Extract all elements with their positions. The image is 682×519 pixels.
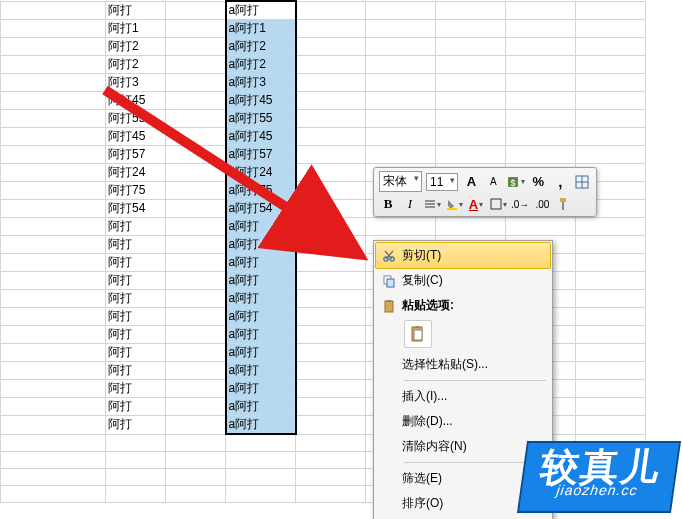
- cell[interactable]: [166, 326, 226, 344]
- cell[interactable]: [166, 1, 226, 20]
- cell[interactable]: [296, 254, 366, 272]
- cell[interactable]: [166, 434, 226, 451]
- cell[interactable]: 阿打54: [106, 200, 166, 218]
- cell[interactable]: [1, 344, 106, 362]
- cell[interactable]: [1, 182, 106, 200]
- cell[interactable]: [166, 308, 226, 326]
- cell[interactable]: [166, 200, 226, 218]
- cell[interactable]: [296, 56, 366, 74]
- cell[interactable]: [1, 416, 106, 435]
- cell[interactable]: [1, 110, 106, 128]
- cell[interactable]: [576, 290, 646, 308]
- cell[interactable]: [166, 20, 226, 38]
- cell[interactable]: [296, 164, 366, 182]
- cell[interactable]: [366, 20, 436, 38]
- cell[interactable]: [166, 272, 226, 290]
- cell[interactable]: [296, 468, 366, 485]
- cell[interactable]: [506, 110, 576, 128]
- cell[interactable]: [296, 38, 366, 56]
- cell[interactable]: 阿打: [106, 380, 166, 398]
- cell[interactable]: [106, 468, 166, 485]
- paste-option-button[interactable]: [404, 320, 432, 348]
- cell[interactable]: [576, 254, 646, 272]
- cell[interactable]: [296, 1, 366, 20]
- cell[interactable]: a阿打55: [226, 110, 296, 128]
- format-painter-button[interactable]: [555, 195, 573, 213]
- cell[interactable]: [436, 92, 506, 110]
- cell[interactable]: a阿打: [226, 362, 296, 380]
- cell[interactable]: [576, 308, 646, 326]
- cell[interactable]: [366, 218, 436, 236]
- font-family-select[interactable]: 宋体: [379, 171, 422, 192]
- cell[interactable]: [166, 182, 226, 200]
- menu-delete[interactable]: 删除(D)...: [376, 409, 550, 434]
- cell[interactable]: [166, 416, 226, 435]
- cell[interactable]: [296, 272, 366, 290]
- cell[interactable]: [576, 38, 646, 56]
- cell[interactable]: [576, 218, 646, 236]
- cell[interactable]: [436, 128, 506, 146]
- cell[interactable]: 阿打: [106, 344, 166, 362]
- cell[interactable]: 阿打: [106, 1, 166, 20]
- cell[interactable]: [166, 92, 226, 110]
- cell[interactable]: 阿打: [106, 290, 166, 308]
- increase-font-icon[interactable]: A: [462, 173, 480, 191]
- cell[interactable]: [576, 110, 646, 128]
- cell[interactable]: [576, 380, 646, 398]
- cell[interactable]: [166, 485, 226, 502]
- cell[interactable]: [1, 485, 106, 502]
- cell[interactable]: a阿打2: [226, 38, 296, 56]
- menu-paste-special[interactable]: 选择性粘贴(S)...: [376, 352, 550, 377]
- cell[interactable]: [166, 218, 226, 236]
- cell[interactable]: [576, 272, 646, 290]
- cell[interactable]: [506, 218, 576, 236]
- cell[interactable]: 阿打2: [106, 56, 166, 74]
- cell[interactable]: [506, 20, 576, 38]
- cell[interactable]: [296, 218, 366, 236]
- cell[interactable]: [576, 20, 646, 38]
- cell[interactable]: a阿打: [226, 218, 296, 236]
- cell[interactable]: [106, 451, 166, 468]
- menu-cut[interactable]: 剪切(T): [375, 242, 551, 269]
- cell[interactable]: [1, 38, 106, 56]
- increase-decimal-button[interactable]: .0→: [511, 195, 529, 213]
- cell[interactable]: 阿打55: [106, 110, 166, 128]
- cell[interactable]: [166, 398, 226, 416]
- cell[interactable]: a阿打: [226, 236, 296, 254]
- cell[interactable]: [166, 128, 226, 146]
- cell[interactable]: [296, 182, 366, 200]
- cell[interactable]: [366, 38, 436, 56]
- cell[interactable]: [296, 110, 366, 128]
- accounting-format-button[interactable]: $: [506, 173, 525, 191]
- cell[interactable]: [166, 146, 226, 164]
- cell[interactable]: [1, 468, 106, 485]
- cell[interactable]: [576, 1, 646, 20]
- cell[interactable]: a阿打: [226, 308, 296, 326]
- cell[interactable]: [576, 326, 646, 344]
- cell[interactable]: [296, 362, 366, 380]
- cell[interactable]: a阿打: [226, 290, 296, 308]
- cell[interactable]: [166, 254, 226, 272]
- cell[interactable]: [296, 451, 366, 468]
- cell[interactable]: [366, 128, 436, 146]
- cell[interactable]: [166, 468, 226, 485]
- cell[interactable]: [436, 56, 506, 74]
- cell[interactable]: [576, 56, 646, 74]
- cell[interactable]: a阿打: [226, 398, 296, 416]
- cell[interactable]: [436, 20, 506, 38]
- cell[interactable]: [1, 326, 106, 344]
- cell[interactable]: [366, 146, 436, 164]
- cell[interactable]: [506, 56, 576, 74]
- cell[interactable]: [296, 416, 366, 435]
- cell[interactable]: [1, 1, 106, 20]
- cell[interactable]: [506, 128, 576, 146]
- cell[interactable]: [296, 434, 366, 451]
- cell[interactable]: [506, 38, 576, 56]
- cell[interactable]: 阿打57: [106, 146, 166, 164]
- cell[interactable]: 阿打3: [106, 74, 166, 92]
- cell[interactable]: [296, 146, 366, 164]
- cell[interactable]: [296, 398, 366, 416]
- cell[interactable]: [296, 92, 366, 110]
- cell[interactable]: [366, 1, 436, 20]
- italic-button[interactable]: I: [401, 195, 419, 213]
